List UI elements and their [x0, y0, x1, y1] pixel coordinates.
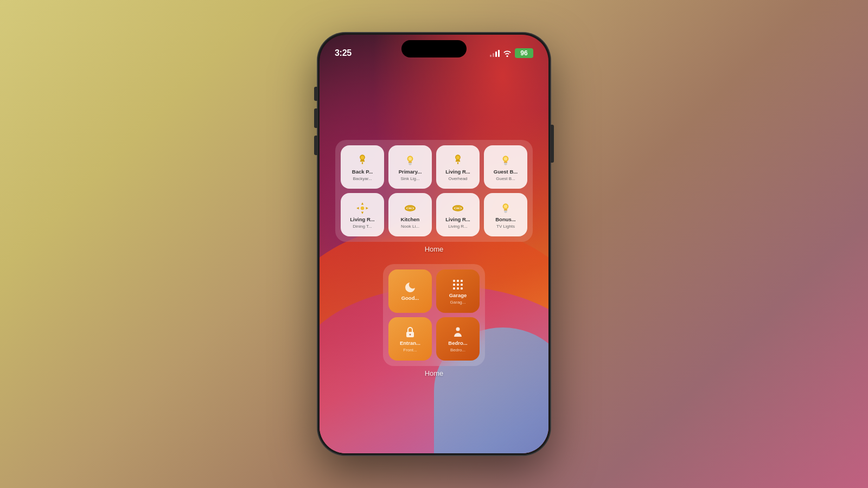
goodnight-name: Good...: [401, 296, 419, 301]
grid-icon: [451, 278, 464, 291]
garage-name: Garage: [449, 293, 467, 298]
lamp-icon: [355, 153, 369, 168]
status-icons: 96: [490, 48, 533, 58]
app-guest-b[interactable]: Guest B... Guest B...: [484, 145, 527, 189]
living-dining-sub: Dining T...: [353, 224, 372, 229]
person-icon: [451, 326, 464, 339]
dynamic-island: [401, 40, 467, 57]
app-living-overhead[interactable]: Living R... Overhead: [436, 145, 480, 189]
svg-rect-23: [461, 287, 463, 290]
svg-point-14: [504, 205, 508, 209]
bulb-icon-1: [403, 153, 417, 168]
app-group-2: Good...: [383, 264, 485, 377]
power-button[interactable]: [551, 125, 554, 163]
lamp-icon-2: [451, 153, 465, 168]
ring-icon: [403, 201, 417, 215]
living-r-sub: Living R...: [448, 224, 468, 229]
volume-down-button[interactable]: [314, 136, 317, 155]
app-living-r[interactable]: Living R... Living R...: [436, 193, 480, 236]
battery-icon: 96: [515, 48, 533, 58]
kitchen-sub: Nook Li...: [401, 224, 419, 229]
svg-point-12: [453, 206, 462, 211]
moon-icon: [404, 281, 417, 294]
svg-rect-19: [457, 284, 459, 286]
volume-up-button[interactable]: [314, 108, 317, 128]
living-overhead-name: Living R...: [445, 169, 470, 175]
signal-icon: [490, 50, 500, 57]
svg-rect-16: [457, 280, 459, 282]
bulb-icon-2: [499, 153, 513, 168]
primary-sub: Sink Lig...: [400, 177, 419, 182]
silent-switch[interactable]: [314, 87, 317, 101]
svg-point-2: [409, 157, 412, 161]
back-porch-name: Back P...: [352, 169, 373, 175]
entrance-name: Entran...: [400, 341, 420, 346]
app-living-dining[interactable]: Living R... Dining T...: [341, 193, 384, 236]
battery-level: 96: [520, 49, 527, 57]
bulb-icon-3: [499, 201, 513, 215]
bonus-sub: TV Lights: [496, 224, 515, 229]
svg-rect-20: [461, 284, 463, 286]
app-group-1: Back P... Backyar... Primary... Sink Lig…: [335, 140, 533, 253]
bedroom-name: Bedro...: [448, 341, 467, 346]
app-goodnight[interactable]: Good...: [388, 269, 432, 313]
living-r-name: Living R...: [445, 217, 470, 222]
app-bedroom[interactable]: Bedro... Bedro...: [436, 317, 480, 361]
app-bonus-tv[interactable]: Bonus... TV Lights: [484, 193, 527, 236]
svg-point-9: [405, 206, 414, 211]
ring-icon-2: [451, 201, 465, 215]
group-1-label: Home: [425, 245, 444, 253]
svg-point-5: [504, 157, 508, 161]
app-garage[interactable]: Garage Garag...: [436, 269, 480, 313]
app-primary-sink[interactable]: Primary... Sink Lig...: [388, 145, 432, 189]
app-grid-home: Good...: [383, 264, 485, 366]
phone-frame: 3:25 96: [317, 33, 551, 455]
svg-point-26: [456, 328, 460, 331]
lock-icon: [404, 326, 417, 339]
svg-point-6: [361, 207, 365, 210]
app-kitchen-nook[interactable]: Kitchen Nook Li...: [388, 193, 432, 236]
primary-name: Primary...: [399, 169, 422, 175]
svg-point-25: [410, 334, 411, 336]
entrance-sub: Front...: [403, 348, 417, 353]
wifi-icon: [503, 50, 512, 57]
status-time: 3:25: [335, 48, 352, 58]
back-porch-sub: Backyar...: [353, 177, 372, 182]
svg-rect-15: [453, 280, 455, 282]
living-dining-name: Living R...: [350, 217, 374, 222]
svg-rect-17: [461, 280, 463, 282]
move-icon: [355, 201, 369, 215]
kitchen-name: Kitchen: [401, 217, 420, 222]
home-screen-content: Back P... Backyar... Primary... Sink Lig…: [320, 64, 548, 453]
svg-point-0: [361, 156, 365, 160]
living-overhead-sub: Overhead: [448, 177, 467, 182]
svg-rect-21: [453, 287, 455, 290]
garage-sub: Garag...: [450, 300, 466, 305]
svg-point-3: [456, 156, 460, 160]
guest-b-name: Guest B...: [494, 169, 518, 175]
svg-rect-18: [453, 284, 455, 286]
guest-b-sub: Guest B...: [496, 177, 515, 182]
group-2-label: Home: [425, 369, 444, 377]
svg-rect-22: [457, 287, 459, 290]
phone-screen: 3:25 96: [320, 35, 548, 453]
app-entrance[interactable]: Entran... Front...: [388, 317, 432, 361]
app-grid-lights: Back P... Backyar... Primary... Sink Lig…: [335, 140, 533, 242]
app-back-porch[interactable]: Back P... Backyar...: [341, 145, 384, 189]
bonus-name: Bonus...: [495, 217, 515, 222]
bedroom-sub: Bedro...: [450, 348, 465, 353]
